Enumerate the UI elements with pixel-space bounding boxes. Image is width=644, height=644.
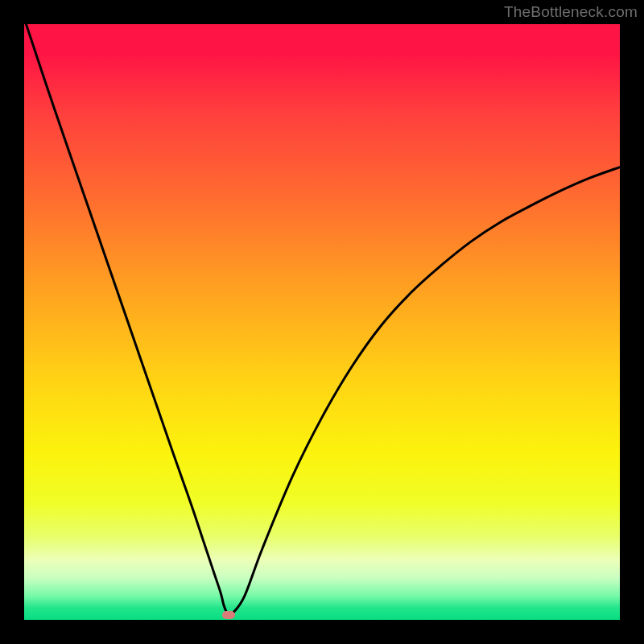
bottleneck-curve (24, 24, 620, 620)
chart-frame: TheBottleneck.com (0, 0, 644, 644)
watermark-text: TheBottleneck.com (504, 3, 638, 21)
minimum-marker-icon (222, 611, 235, 619)
plot-area (24, 24, 620, 620)
